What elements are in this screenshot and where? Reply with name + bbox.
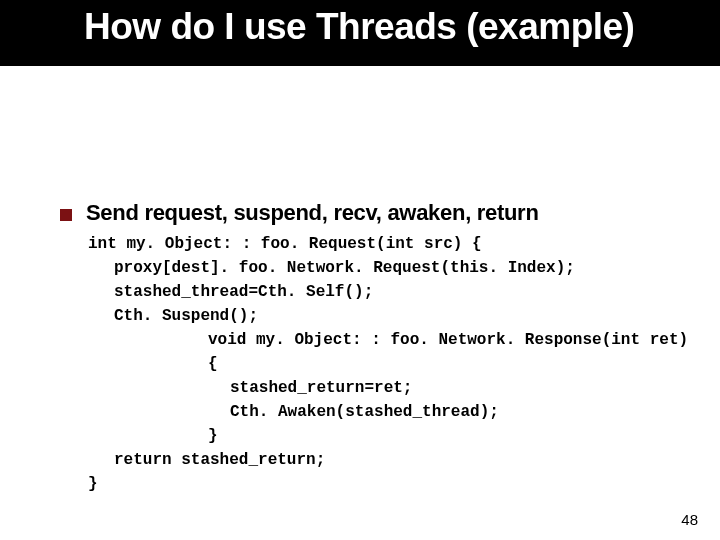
code-line: stashed_thread=Cth. Self();	[114, 280, 700, 304]
code-line: Cth. Suspend();	[114, 304, 700, 328]
slide-title: How do I use Threads (example)	[84, 6, 634, 48]
code-line: stashed_return=ret;	[230, 376, 700, 400]
code-line: }	[208, 424, 700, 448]
code-line: }	[88, 472, 700, 496]
code-line: int my. Object: : foo. Request(int src) …	[88, 232, 700, 256]
code-line: proxy[dest]. foo. Network. Request(this.…	[114, 256, 700, 280]
bullet-text: Send request, suspend, recv, awaken, ret…	[86, 200, 539, 226]
code-line: return stashed_return;	[114, 448, 700, 472]
bullet-item: Send request, suspend, recv, awaken, ret…	[60, 200, 700, 226]
bullet-square-icon	[60, 209, 72, 221]
code-block: int my. Object: : foo. Request(int src) …	[88, 232, 700, 496]
page-number: 48	[681, 511, 698, 528]
content-area: Send request, suspend, recv, awaken, ret…	[60, 200, 700, 496]
code-line: void my. Object: : foo. Network. Respons…	[208, 328, 700, 376]
code-line: Cth. Awaken(stashed_thread);	[230, 400, 700, 424]
slide: How do I use Threads (example) Send requ…	[0, 0, 720, 540]
title-bar: How do I use Threads (example)	[0, 0, 720, 66]
